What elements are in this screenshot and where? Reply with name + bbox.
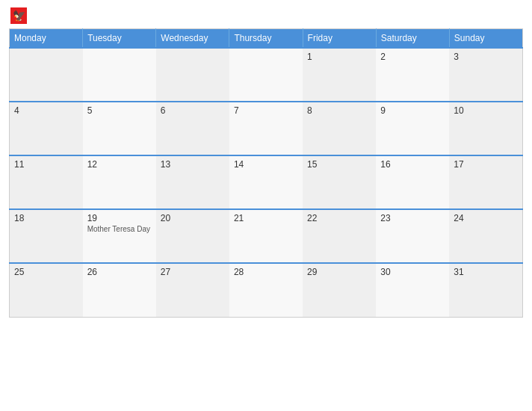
- calendar-cell: [229, 48, 303, 102]
- calendar-cell: 25: [10, 263, 83, 317]
- calendar-cell: 9: [376, 102, 449, 155]
- calendar-cell: 27: [156, 263, 229, 317]
- calendar-cell: 24: [449, 209, 522, 263]
- calendar-cell: 10: [449, 102, 522, 155]
- day-number: 20: [161, 213, 225, 223]
- calendar-cell: 3: [449, 48, 522, 102]
- calendar-cell: 14: [229, 155, 303, 209]
- calendar-cell: 23: [376, 209, 449, 263]
- week-row-3: 11121314151617: [10, 155, 523, 209]
- calendar-page: 🦅 MondayTuesdayWednesdayThursdayFridaySa…: [0, 0, 532, 411]
- day-number: 5: [87, 105, 152, 116]
- calendar-cell: 18: [10, 209, 83, 263]
- day-number: 23: [380, 213, 445, 223]
- day-number: 22: [307, 213, 371, 223]
- calendar-cell: 12: [83, 155, 156, 209]
- weekday-tuesday: Tuesday: [83, 29, 156, 49]
- day-number: 27: [161, 267, 225, 277]
- day-number: 12: [87, 159, 152, 170]
- day-number: 1: [307, 52, 371, 62]
- day-number: 4: [14, 105, 78, 116]
- weekday-thursday: Thursday: [229, 29, 303, 49]
- day-number: 10: [454, 105, 518, 116]
- week-row-1: 123: [10, 48, 523, 102]
- calendar-cell: 2: [376, 48, 449, 102]
- weekday-wednesday: Wednesday: [156, 29, 229, 49]
- day-number: 30: [380, 267, 445, 277]
- day-number: 11: [14, 159, 78, 170]
- week-row-5: 25262728293031: [10, 263, 523, 317]
- calendar-table: MondayTuesdayWednesdayThursdayFridaySatu…: [9, 28, 523, 318]
- calendar-cell: 30: [376, 263, 449, 317]
- calendar-cell: 11: [10, 155, 83, 209]
- calendar-cell: 13: [156, 155, 229, 209]
- calendar-cell: 22: [303, 209, 376, 263]
- day-number: 16: [380, 159, 445, 170]
- calendar-cell: [156, 48, 229, 102]
- day-number: 17: [454, 159, 518, 170]
- calendar-cell: 31: [449, 263, 522, 317]
- day-number: 7: [234, 105, 298, 116]
- day-number: 25: [14, 267, 78, 277]
- day-number: 19: [87, 213, 152, 223]
- header: 🦅: [9, 7, 523, 24]
- day-number: 24: [454, 213, 518, 223]
- week-row-4: 1819Mother Teresa Day2021222324: [10, 209, 523, 263]
- calendar-cell: 5: [83, 102, 156, 155]
- day-number: 26: [87, 267, 152, 277]
- day-number: 8: [307, 105, 371, 116]
- day-number: 2: [380, 52, 445, 62]
- calendar-cell: 19Mother Teresa Day: [83, 209, 156, 263]
- calendar-cell: 26: [83, 263, 156, 317]
- day-number: 21: [234, 213, 298, 223]
- weekday-friday: Friday: [303, 29, 376, 49]
- day-number: 31: [454, 267, 518, 277]
- day-number: 15: [307, 159, 371, 170]
- weekday-saturday: Saturday: [376, 29, 449, 49]
- calendar-cell: 28: [229, 263, 303, 317]
- day-number: 6: [161, 105, 225, 116]
- weekday-header-row: MondayTuesdayWednesdayThursdayFridaySatu…: [10, 29, 523, 49]
- calendar-cell: 6: [156, 102, 229, 155]
- calendar-cell: 1: [303, 48, 376, 102]
- day-number: 3: [454, 52, 518, 62]
- day-number: 18: [14, 213, 78, 223]
- calendar-cell: [10, 48, 83, 102]
- albania-flag-icon: 🦅: [10, 7, 27, 24]
- calendar-cell: 15: [303, 155, 376, 209]
- calendar-cell: 4: [10, 102, 83, 155]
- calendar-cell: 7: [229, 102, 303, 155]
- calendar-cell: 8: [303, 102, 376, 155]
- calendar-cell: [83, 48, 156, 102]
- calendar-cell: 20: [156, 209, 229, 263]
- week-row-2: 45678910: [10, 102, 523, 155]
- weekday-monday: Monday: [10, 29, 83, 49]
- weekday-sunday: Sunday: [449, 29, 522, 49]
- calendar-cell: 21: [229, 209, 303, 263]
- calendar-cell: 17: [449, 155, 522, 209]
- logo: 🦅: [9, 7, 27, 24]
- calendar-cell: 16: [376, 155, 449, 209]
- calendar-event: Mother Teresa Day: [87, 225, 152, 233]
- day-number: 14: [234, 159, 298, 170]
- svg-text:🦅: 🦅: [13, 10, 26, 22]
- day-number: 13: [161, 159, 225, 170]
- day-number: 29: [307, 267, 371, 277]
- day-number: 9: [380, 105, 445, 116]
- calendar-cell: 29: [303, 263, 376, 317]
- day-number: 28: [234, 267, 298, 277]
